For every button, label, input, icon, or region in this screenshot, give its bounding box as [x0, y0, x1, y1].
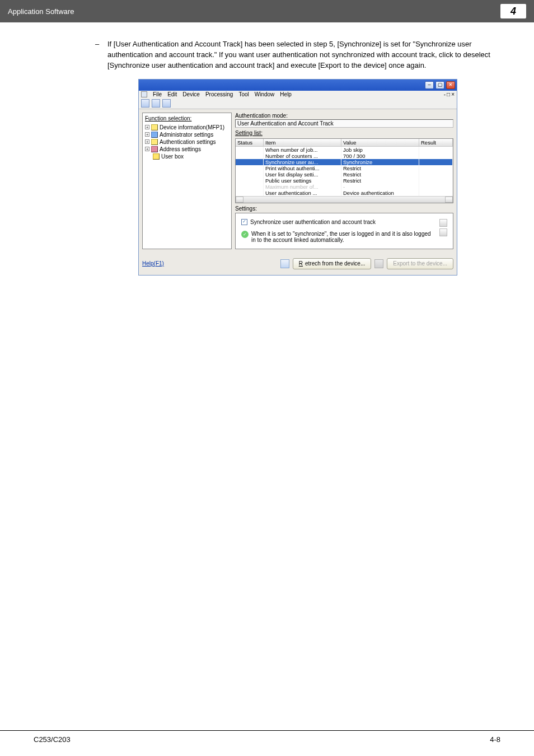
menu-device[interactable]: Device: [182, 91, 200, 97]
auth-mode-value: User Authentication and Account Track: [235, 119, 453, 128]
folder-icon: [151, 139, 158, 145]
setting-list: Status Item Value Result When number of …: [235, 138, 453, 203]
retrieve-icon: [280, 259, 289, 268]
mdi-close-icon[interactable]: ×: [451, 91, 455, 97]
col-result[interactable]: Result: [419, 139, 453, 147]
list-row[interactable]: When number of job...Job skip: [236, 147, 453, 153]
tree-auth-settings[interactable]: + Authentication settings: [145, 138, 229, 146]
list-header: Status Item Value Result: [236, 139, 453, 147]
info-text: When it is set to "synchronize", the use…: [251, 231, 436, 243]
info-row: ✓ When it is set to "synchronize", the u…: [241, 231, 436, 243]
folder-icon: [151, 124, 158, 130]
toolbar-button-2[interactable]: [152, 99, 160, 108]
info-icon: ✓: [241, 231, 249, 238]
menu-help[interactable]: Help: [280, 91, 292, 97]
expand-icon[interactable]: +: [145, 139, 149, 144]
horizontal-scrollbar[interactable]: [236, 196, 453, 203]
scroll-left-arrow[interactable]: [236, 197, 243, 203]
list-row-selected[interactable]: Synchronize user au...Synchronize: [236, 159, 453, 165]
app-icon: [141, 91, 147, 97]
footer-page: 4-8: [490, 735, 500, 744]
list-row[interactable]: Print without authenti...Restrict: [236, 165, 453, 171]
list-row[interactable]: Public user settingsRestrict: [236, 178, 453, 184]
close-button[interactable]: ×: [446, 81, 455, 89]
expand-icon[interactable]: +: [145, 125, 149, 129]
maximize-button[interactable]: ▢: [435, 81, 444, 89]
toolbar-button-1[interactable]: [141, 99, 149, 108]
minimize-button[interactable]: –: [425, 81, 434, 89]
menubar: File Edit Device Processing Tool Window …: [139, 91, 457, 98]
address-icon: [151, 146, 158, 152]
setting-list-label: Setting list:: [235, 130, 453, 136]
userbox-icon: [153, 153, 160, 160]
scroll-up-arrow[interactable]: [439, 219, 447, 227]
menu-file[interactable]: File: [153, 91, 162, 97]
instruction-text: If [User Authentication and Account Trac…: [107, 39, 500, 71]
col-value[interactable]: Value: [341, 139, 419, 147]
header-breadcrumb: Application Software: [8, 7, 74, 16]
help-link[interactable]: Help(F1): [142, 260, 164, 267]
synchronize-checkbox-label: Synchronize user authentication and acco…: [250, 219, 376, 225]
app-window: – ▢ × File Edit Device Processing Tool W…: [138, 79, 457, 276]
tree-address-settings[interactable]: + Address settings: [145, 146, 229, 153]
titlebar: – ▢ ×: [139, 80, 457, 91]
tree-device-info[interactable]: + Device information(MFP1): [145, 124, 229, 131]
list-row[interactable]: Number of counters ...700 / 300: [236, 153, 453, 159]
mdi-maximize-icon[interactable]: □: [447, 91, 450, 97]
list-row-disabled: Maximum number of...-: [236, 184, 453, 190]
list-row[interactable]: User list display setti...Restrict: [236, 171, 453, 178]
menu-window[interactable]: Window: [255, 91, 275, 97]
auth-mode-label: Authentication mode:: [235, 113, 453, 119]
checkbox-checked-icon[interactable]: ✓: [241, 219, 247, 225]
expand-icon[interactable]: +: [145, 132, 149, 137]
toolbar: [139, 98, 457, 109]
admin-icon: [151, 132, 158, 138]
col-status[interactable]: Status: [236, 139, 264, 147]
menu-processing[interactable]: Processing: [205, 91, 233, 97]
retrieve-button[interactable]: Retrech from the device...: [293, 258, 372, 269]
tree-pane: Function selection: + Device information…: [142, 113, 232, 249]
toolbar-button-3[interactable]: [162, 99, 171, 108]
tree-title: Function selection:: [145, 115, 229, 122]
auth-mode-field: Authentication mode: User Authentication…: [235, 113, 453, 128]
bullet-dash: –: [95, 39, 101, 71]
button-row: Help(F1) Retrech from the device... Expo…: [139, 253, 457, 275]
header-chapter-number: 4: [500, 4, 526, 18]
scroll-down-arrow[interactable]: [439, 228, 447, 236]
synchronize-checkbox-row[interactable]: ✓ Synchronize user authentication and ac…: [241, 219, 436, 225]
settings-panel: ✓ Synchronize user authentication and ac…: [235, 213, 453, 249]
mdi-controls: - □ ×: [444, 91, 455, 97]
export-button: Export to the device...: [387, 258, 453, 269]
menu-edit[interactable]: Edit: [167, 91, 177, 97]
footer-model: C253/C203: [34, 735, 71, 744]
tree-user-box[interactable]: User box: [153, 153, 229, 160]
tree-admin-settings[interactable]: + Administrator settings: [145, 131, 229, 138]
settings-label: Settings:: [235, 206, 453, 212]
vertical-scrollbar[interactable]: [439, 219, 447, 243]
menu-tool[interactable]: Tool: [238, 91, 249, 97]
mdi-restore-icon[interactable]: -: [444, 91, 446, 97]
list-row[interactable]: User authentication ...Device authentica…: [236, 190, 453, 196]
scroll-right-arrow[interactable]: [445, 197, 453, 203]
export-icon: [374, 259, 383, 268]
expand-icon[interactable]: +: [145, 147, 149, 151]
col-item[interactable]: Item: [264, 139, 341, 147]
